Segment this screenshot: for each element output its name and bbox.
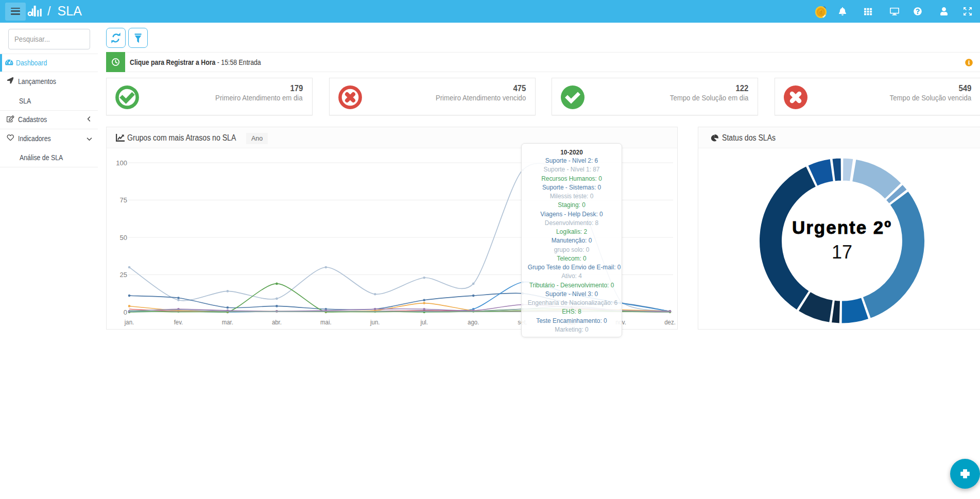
svg-text:abr.: abr. xyxy=(272,318,282,326)
svg-text:mai.: mai. xyxy=(320,318,332,326)
svg-text:25: 25 xyxy=(120,271,127,279)
svg-text:50: 50 xyxy=(120,234,127,242)
svg-text:fev.: fev. xyxy=(174,318,183,326)
svg-text:mar.: mar. xyxy=(222,318,233,326)
svg-text:75: 75 xyxy=(120,196,127,204)
svg-text:dez.: dez. xyxy=(664,318,676,326)
svg-text:jun.: jun. xyxy=(370,318,380,326)
svg-text:0: 0 xyxy=(124,308,127,316)
svg-text:100: 100 xyxy=(116,159,127,167)
svg-text:ago.: ago. xyxy=(468,318,479,326)
svg-text:d: d xyxy=(819,10,822,15)
svg-text:jul.: jul. xyxy=(420,318,428,326)
svg-text:jan.: jan. xyxy=(124,318,134,326)
